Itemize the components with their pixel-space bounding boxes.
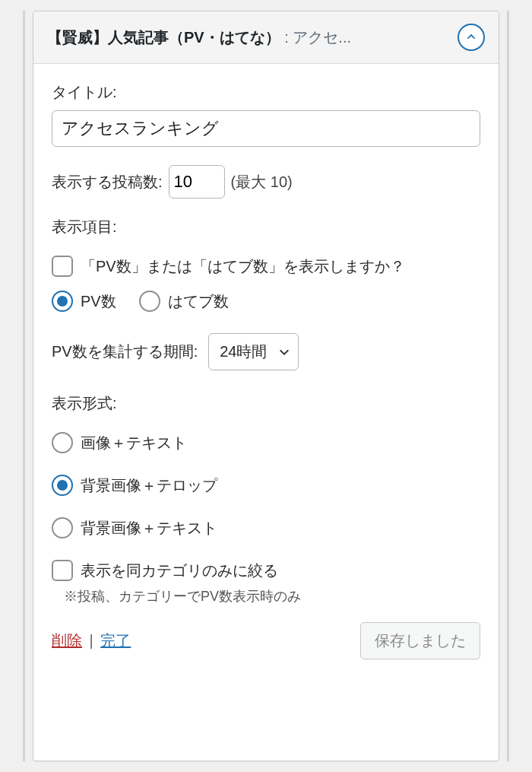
- format-radio-image-text[interactable]: [52, 432, 73, 453]
- hatebu-radio-label: はてブ数: [168, 291, 229, 312]
- saved-button: 保存しました: [360, 622, 480, 659]
- display-items-label: 表示項目:: [52, 217, 480, 237]
- widget-footer: 削除 | 完了 保存しました: [52, 619, 480, 659]
- delete-link[interactable]: 削除: [52, 632, 82, 649]
- pv-radio-label: PV数: [81, 291, 116, 312]
- done-link[interactable]: 完了: [100, 632, 131, 649]
- format-radio-bgimage-telop[interactable]: [52, 475, 73, 496]
- show-count-label: 「PV数」または「はてブ数」を表示しますか？: [81, 256, 405, 277]
- widget-title: 【賢威】人気記事（PV・はてな） : アクセ...: [47, 27, 448, 48]
- footer-sep: |: [85, 632, 97, 649]
- period-select[interactable]: 24時間: [208, 333, 298, 370]
- widget-title-suffix: アクセ...: [293, 29, 351, 46]
- collapse-toggle-button[interactable]: [458, 24, 485, 51]
- period-value: 24時間: [220, 343, 267, 360]
- show-count-checkbox[interactable]: [52, 256, 73, 277]
- widget-body: タイトル: 表示する投稿数: (最大 10) 表示項目: 「PV数」または「はて…: [33, 64, 499, 761]
- post-count-hint: (最大 10): [231, 172, 293, 192]
- widget-title-main: 【賢威】人気記事（PV・はてな）: [47, 29, 280, 46]
- format-opt3-label: 背景画像＋テキスト: [81, 518, 217, 538]
- format-radio-bgimage-text[interactable]: [52, 517, 73, 538]
- same-category-checkbox[interactable]: [52, 560, 73, 581]
- title-label: タイトル:: [52, 82, 480, 103]
- post-count-input[interactable]: [169, 165, 225, 199]
- widget-header: 【賢威】人気記事（PV・はてな） : アクセ...: [33, 11, 499, 64]
- widget-title-sep: :: [280, 29, 293, 46]
- chevron-up-icon: [466, 32, 477, 43]
- format-opt1-label: 画像＋テキスト: [81, 433, 187, 453]
- format-opt2-label: 背景画像＋テロップ: [81, 475, 217, 496]
- pv-radio[interactable]: [52, 291, 73, 312]
- widget-container: 【賢威】人気記事（PV・はてな） : アクセ... タイトル: 表示する投稿数:…: [33, 11, 499, 761]
- post-count-label: 表示する投稿数:: [52, 172, 163, 192]
- title-input[interactable]: [52, 110, 480, 147]
- format-label: 表示形式:: [52, 393, 480, 414]
- same-category-label: 表示を同カテゴリのみに絞る: [81, 561, 278, 581]
- hatebu-radio[interactable]: [139, 291, 160, 312]
- same-category-hint: ※投稿、カテゴリーでPV数表示時のみ: [64, 587, 480, 605]
- period-label: PV数を集計する期間:: [52, 342, 198, 362]
- chevron-down-icon: [278, 346, 290, 358]
